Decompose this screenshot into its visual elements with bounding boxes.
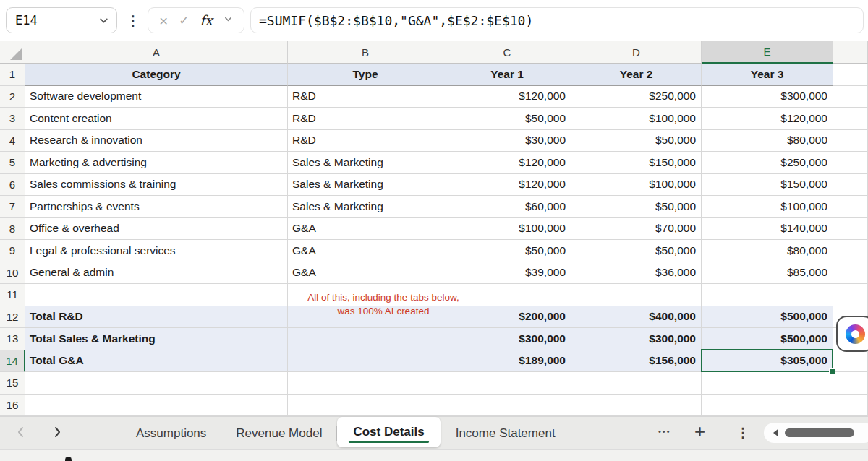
row-header-14[interactable]: 14 — [0, 350, 25, 373]
cell-E3[interactable]: $120,000 — [702, 108, 833, 130]
cell-B2[interactable]: R&D — [288, 86, 443, 108]
cell-D10[interactable]: $36,000 — [571, 262, 702, 285]
scroll-tabs-left-icon[interactable] — [16, 426, 26, 439]
cell-B15[interactable] — [288, 372, 443, 395]
row-header-5[interactable]: 5 — [0, 152, 25, 174]
column-header-C[interactable]: C — [443, 41, 571, 64]
select-all-button[interactable] — [0, 41, 25, 64]
cancel-icon[interactable]: × — [159, 13, 168, 28]
selection-box-E14[interactable] — [701, 349, 833, 372]
cell-E7[interactable]: $100,000 — [702, 196, 833, 218]
kebab-menu-icon[interactable]: ⋮ — [127, 7, 140, 34]
column-header-D[interactable]: D — [571, 41, 702, 64]
cell-E16[interactable] — [702, 395, 833, 417]
cell-B12[interactable] — [288, 306, 443, 329]
fill-handle[interactable] — [829, 368, 835, 374]
confirm-icon[interactable]: ✓ — [179, 13, 189, 28]
cell-A12[interactable]: Total R&D — [25, 306, 288, 329]
cell-E12[interactable]: $500,000 — [702, 306, 833, 329]
cell-E8[interactable]: $140,000 — [702, 218, 833, 241]
scrollbar-thumb[interactable] — [785, 428, 854, 437]
cell-C11[interactable] — [443, 284, 571, 306]
formula-input[interactable]: =SUMIF($B$2:$B$10,"G&A",$E$2:$E$10) — [251, 13, 533, 28]
column-header-E[interactable]: E — [702, 41, 833, 64]
cell-A15[interactable] — [25, 372, 288, 395]
tab-list-menu-icon[interactable]: ⋮ — [736, 425, 749, 441]
cell-E5[interactable]: $250,000 — [702, 152, 833, 174]
cell-C14[interactable]: $189,000 — [443, 350, 571, 373]
cell-F1[interactable] — [833, 64, 868, 86]
cell-A13[interactable]: Total Sales & Marketing — [25, 328, 288, 350]
row-header-7[interactable]: 7 — [0, 196, 25, 218]
column-header-A[interactable]: A — [25, 41, 288, 64]
cell-B9[interactable]: G&A — [288, 240, 443, 262]
formula-bar[interactable]: =SUMIF($B$2:$B$10,"G&A",$E$2:$E$10) — [250, 7, 864, 33]
chevron-down-icon[interactable] — [98, 15, 109, 26]
cell-F7[interactable] — [833, 196, 868, 218]
cell-D15[interactable] — [571, 372, 702, 395]
column-header-F[interactable] — [833, 41, 868, 64]
row-header-3[interactable]: 3 — [0, 108, 25, 130]
cell-E1[interactable]: Year 3 — [702, 64, 833, 86]
cell-F15[interactable] — [833, 372, 868, 395]
cell-D7[interactable]: $50,000 — [571, 196, 702, 218]
cell-D5[interactable]: $150,000 — [571, 152, 702, 174]
cell-B6[interactable]: Sales & Marketing — [288, 174, 443, 197]
cell-D13[interactable]: $300,000 — [571, 328, 702, 350]
cell-A14[interactable]: Total G&A — [25, 350, 288, 373]
row-header-16[interactable]: 16 — [0, 395, 25, 417]
cell-F2[interactable] — [833, 86, 868, 108]
row-header-13[interactable]: 13 — [0, 328, 25, 350]
cell-E15[interactable] — [702, 372, 833, 395]
cell-B5[interactable]: Sales & Marketing — [288, 152, 443, 174]
more-tabs-icon[interactable]: ••• — [658, 427, 671, 436]
cell-C6[interactable]: $120,000 — [443, 174, 571, 197]
cell-A10[interactable]: General & admin — [25, 262, 288, 285]
cell-B8[interactable]: G&A — [288, 218, 443, 241]
row-header-10[interactable]: 10 — [0, 262, 25, 285]
cell-B10[interactable]: G&A — [288, 262, 443, 285]
cell-F10[interactable] — [833, 262, 868, 285]
cell-B1[interactable]: Type — [288, 64, 443, 86]
cell-D9[interactable]: $50,000 — [571, 240, 702, 262]
cell-D12[interactable]: $400,000 — [571, 306, 702, 329]
cell-F9[interactable] — [833, 240, 868, 262]
cell-A8[interactable]: Office & overhead — [25, 218, 288, 241]
cell-B7[interactable]: Sales & Marketing — [288, 196, 443, 218]
cell-B13[interactable] — [288, 328, 443, 350]
cell-A2[interactable]: Software development — [25, 86, 288, 108]
cell-D16[interactable] — [571, 395, 702, 417]
scroll-tabs-right-icon[interactable] — [52, 426, 62, 439]
row-header-1[interactable]: 1 — [0, 64, 25, 86]
cell-C15[interactable] — [443, 372, 571, 395]
cell-E6[interactable]: $150,000 — [702, 174, 833, 197]
cell-E2[interactable]: $300,000 — [702, 86, 833, 108]
cell-D1[interactable]: Year 2 — [571, 64, 702, 86]
cell-C5[interactable]: $120,000 — [443, 152, 571, 174]
cell-C8[interactable]: $100,000 — [443, 218, 571, 241]
sheet-tab-assumptions[interactable]: Assumptions — [122, 417, 221, 449]
row-header-11[interactable]: 11 — [0, 284, 25, 306]
scroll-left-arrow-icon[interactable] — [771, 428, 779, 438]
cell-A7[interactable]: Partnerships & events — [25, 196, 288, 218]
cell-A9[interactable]: Legal & professional services — [25, 240, 288, 262]
add-sheet-icon[interactable]: + — [694, 421, 705, 443]
cell-F6[interactable] — [833, 174, 868, 197]
row-header-6[interactable]: 6 — [0, 174, 25, 197]
cell-F16[interactable] — [833, 395, 868, 417]
copilot-button[interactable] — [836, 316, 868, 352]
cell-E9[interactable]: $80,000 — [702, 240, 833, 262]
cell-A6[interactable]: Sales commissions & training — [25, 174, 288, 197]
cell-C9[interactable]: $50,000 — [443, 240, 571, 262]
cell-A3[interactable]: Content creation — [25, 108, 288, 130]
cell-D14[interactable]: $156,000 — [571, 350, 702, 373]
row-header-12[interactable]: 12 — [0, 306, 25, 329]
cell-D11[interactable] — [571, 284, 702, 306]
cell-C4[interactable]: $30,000 — [443, 130, 571, 152]
insert-function-icon[interactable]: fx — [200, 12, 213, 28]
cell-F4[interactable] — [833, 130, 868, 152]
cell-C1[interactable]: Year 1 — [443, 64, 571, 86]
cell-B16[interactable] — [288, 395, 443, 417]
cell-F5[interactable] — [833, 152, 868, 174]
cell-E10[interactable]: $85,000 — [702, 262, 833, 285]
